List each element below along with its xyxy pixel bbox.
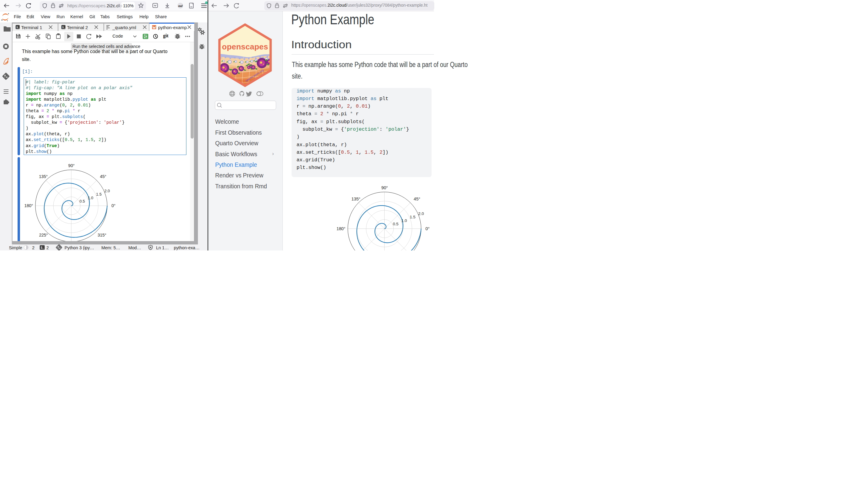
svg-text:225°: 225°	[39, 232, 48, 237]
svg-text:45°: 45°	[414, 196, 420, 201]
svg-text:315°: 315°	[98, 232, 106, 237]
svg-text:0.5: 0.5	[80, 199, 85, 203]
svg-text:0°: 0°	[111, 203, 116, 208]
svg-text:1.0: 1.0	[401, 218, 407, 223]
svg-text:90°: 90°	[381, 185, 388, 190]
svg-text:openscapes: openscapes	[222, 42, 268, 51]
svg-text:45°: 45°	[100, 174, 106, 179]
svg-text:180°: 180°	[24, 203, 33, 208]
svg-text:1.0: 1.0	[88, 195, 94, 200]
svg-text:1.5: 1.5	[96, 192, 101, 196]
svg-text:90°: 90°	[68, 163, 75, 168]
svg-text:135°: 135°	[352, 196, 361, 201]
svg-text:0°: 0°	[426, 226, 430, 231]
svg-text:2.0: 2.0	[418, 211, 424, 216]
svg-text:2.0: 2.0	[105, 189, 110, 193]
svg-text:135°: 135°	[39, 174, 48, 179]
svg-text:1.5: 1.5	[410, 215, 416, 219]
svg-text:0.5: 0.5	[393, 222, 398, 226]
svg-text:180°: 180°	[337, 226, 345, 231]
